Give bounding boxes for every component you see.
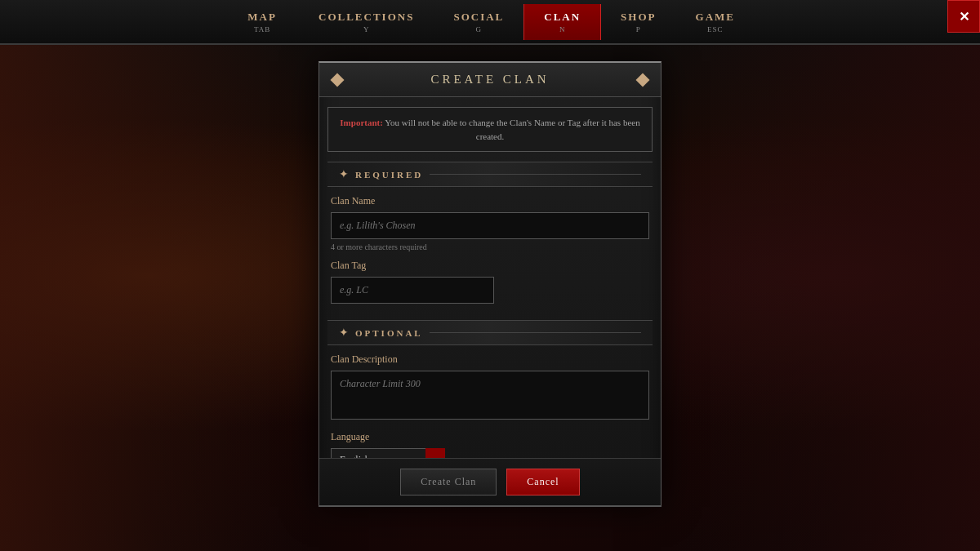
top-navigation: MAP TAB COLLECTIONS Y SOCIAL G CLAN N SH… xyxy=(0,0,980,45)
modal-overlay: CREATE CLAN Important: You will not be a… xyxy=(0,45,980,551)
modal-content[interactable]: Important: You will not be able to chang… xyxy=(319,97,661,505)
optional-label: OPTIONAL xyxy=(355,328,423,338)
modal-footer: Create Clan Cancel xyxy=(319,458,661,505)
clan-name-input[interactable] xyxy=(331,212,649,239)
nav-clan[interactable]: CLAN N xyxy=(523,4,601,40)
required-label: REQUIRED xyxy=(355,170,423,180)
modal-header: CREATE CLAN xyxy=(319,63,661,97)
optional-section-header: ✦ OPTIONAL xyxy=(327,320,653,345)
language-label: Language xyxy=(331,431,649,443)
header-diamond-right xyxy=(636,73,650,87)
clan-tag-label: Clan Tag xyxy=(331,260,649,272)
optional-divider xyxy=(430,332,641,333)
warning-important: Important: xyxy=(340,118,383,127)
nav-map[interactable]: MAP TAB xyxy=(225,4,299,40)
clan-name-label: Clan Name xyxy=(331,195,649,207)
nav-social[interactable]: SOCIAL G xyxy=(434,4,523,40)
clan-name-hint: 4 or more characters required xyxy=(331,242,649,251)
section-star-icon: ✦ xyxy=(339,167,349,181)
warning-box: Important: You will not be able to chang… xyxy=(327,107,653,152)
nav-collections[interactable]: COLLECTIONS Y xyxy=(299,4,434,40)
cancel-button[interactable]: Cancel xyxy=(506,469,579,495)
warning-text: You will not be able to change the Clan'… xyxy=(383,118,640,141)
create-clan-button[interactable]: Create Clan xyxy=(400,469,497,495)
optional-star-icon: ✦ xyxy=(339,326,349,340)
close-button[interactable]: ✕ xyxy=(947,0,980,33)
clan-desc-label: Clan Description xyxy=(331,353,649,366)
required-form: Clan Name 4 or more characters required … xyxy=(319,187,661,312)
clan-tag-input[interactable] xyxy=(331,277,494,304)
modal-title: CREATE CLAN xyxy=(430,73,549,87)
header-diamond-left xyxy=(331,73,345,87)
create-clan-modal: CREATE CLAN Important: You will not be a… xyxy=(318,61,662,507)
nav-game[interactable]: GAME ESC xyxy=(676,4,755,40)
clan-description-input[interactable] xyxy=(331,371,649,420)
section-divider xyxy=(430,174,641,175)
nav-shop[interactable]: SHOP P xyxy=(601,4,675,40)
required-section-header: ✦ REQUIRED xyxy=(327,162,653,187)
